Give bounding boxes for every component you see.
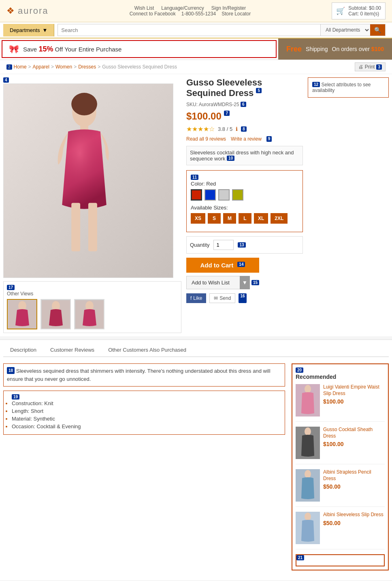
size-l[interactable]: L [239, 213, 251, 224]
rec-name-4[interactable]: Albini Sleeveless Slip Dress [323, 512, 385, 518]
badge-3: 3 [376, 64, 382, 70]
availability-text: Select attributes to see availability [312, 82, 371, 93]
description-column: 18 Sleeveless sequined dress that shimme… [3, 363, 285, 570]
product-main: Gusso Sleeveless Sequined Dress 5 SKU: A… [186, 77, 303, 303]
sep3: > [74, 64, 77, 70]
wish-list-link[interactable]: Wish List [134, 5, 154, 11]
promo-left: 🎀 Save 15% Off Your Entire Purchase [2, 40, 277, 58]
save-label: Save [23, 46, 37, 53]
size-attr-row: Available Sizes: XS S M L XL 2XL [191, 205, 298, 224]
ribbon-icon: 🎀 [9, 44, 19, 54]
rec-img-4 [296, 512, 320, 544]
sku-label: SKU: [186, 102, 198, 107]
departments-label: Departments [10, 27, 40, 33]
store-locator-link[interactable]: Store Locator [222, 11, 251, 17]
color-swatch-red[interactable] [191, 189, 202, 201]
thumbnail-3[interactable] [74, 299, 104, 329]
tab-content: 18 Sleeveless sequined dress that shimme… [3, 357, 389, 577]
size-m[interactable]: M [223, 213, 236, 224]
breadcrumb-bar: 2 Home > Apparel > Women > Dresses > Gus… [0, 60, 392, 74]
badge-20: 20 [296, 367, 303, 373]
size-2xl[interactable]: 2XL [271, 213, 288, 224]
rec-svg-2 [296, 427, 320, 459]
breadcrumb-women[interactable]: Women [55, 64, 72, 70]
right-column: Gusso Sleeveless Sequined Dress 5 SKU: A… [181, 77, 389, 333]
tab-description[interactable]: Description [3, 343, 43, 357]
thumbnail-2[interactable] [40, 299, 71, 329]
breadcrumb-apparel[interactable]: Apparel [33, 64, 49, 70]
rec-item-2: Gusso Cocktail Sheath Dress $100.00 [296, 427, 385, 464]
svg-point-20 [305, 513, 311, 521]
rec-name-1[interactable]: Luigi Valenti Empire Waist Slip Dress [323, 384, 385, 397]
read-reviews-link[interactable]: Read all 9 reviews [186, 136, 226, 142]
cart-text: Subtotal: $0.00 Cart: 0 item(s) [348, 5, 381, 17]
save-rest: Off Your Entire Purchase [55, 46, 122, 53]
rec-name-3[interactable]: Albini Strapless Pencil Dress [323, 469, 385, 482]
size-xl[interactable]: XL [254, 213, 268, 224]
connect-link[interactable]: Connect to Facebook [130, 11, 176, 17]
tab-also-purchased[interactable]: Other Customers Also Purchased [101, 343, 193, 357]
thumb-img-1 [8, 300, 36, 329]
print-button[interactable]: 🖨 Print 3 [355, 62, 386, 71]
search-input[interactable] [58, 25, 320, 36]
size-s[interactable]: S [208, 213, 221, 224]
badge-21: 21 [296, 555, 304, 560]
length-label: Length: [12, 408, 29, 414]
product-image-main [3, 83, 173, 278]
size-xs[interactable]: XS [191, 213, 205, 224]
orders-over: On orders over $100 [332, 46, 384, 52]
color-swatch-gold[interactable] [232, 189, 243, 201]
tab-reviews[interactable]: Customer Reviews [43, 343, 101, 357]
attributes-section: 11 Color: Red Available Sizes [186, 170, 303, 232]
color-label: Color: Red [191, 181, 298, 187]
rec-svg-1 [296, 384, 320, 417]
badge-15: 15 [251, 280, 259, 285]
badge-13: 13 [238, 242, 245, 248]
cart-count: Cart: 0 item(s) [348, 11, 381, 17]
wish-list-row: Add to Wish List ▼ 15 [186, 276, 259, 289]
phone-number: 1-800-555-1234 [181, 11, 216, 17]
rec-svg-4 [296, 512, 320, 544]
length-val: Short [31, 408, 43, 414]
breadcrumb-dresses[interactable]: Dresses [78, 64, 96, 70]
dept-select[interactable]: All Departments [320, 24, 370, 36]
sku: SKU: AuroraWMDRS-25 6 [186, 102, 303, 107]
departments-button[interactable]: Departments ▼ [3, 24, 54, 36]
search-button[interactable]: 🔍 [370, 24, 385, 36]
color-swatch-blue[interactable] [205, 189, 216, 201]
badge-5: 5 [256, 88, 262, 93]
write-review-link[interactable]: Write a review [231, 136, 262, 142]
material-item: Material: Synthetic [12, 416, 281, 422]
wish-list-dropdown[interactable]: ▼ [240, 276, 250, 289]
badge-16: 16 [239, 293, 246, 303]
rec-info-4: Albini Sleeveless Slip Dress $50.00 [323, 512, 385, 544]
dept-chevron-icon: ▼ [42, 27, 47, 33]
occasion-val: Cocktail & Evening [36, 423, 81, 429]
product-short-desc: Sleeveless cocktail dress with high neck… [186, 146, 303, 165]
rec-img-1 [296, 384, 320, 417]
language-link[interactable]: Language/Currency [161, 5, 204, 11]
qty-input[interactable] [213, 240, 234, 250]
badge-21-area: 21 [296, 554, 385, 566]
rec-item-1: Luigi Valenti Empire Waist Slip Dress $1… [296, 384, 385, 422]
badge-8: 8 [241, 126, 247, 132]
facebook-like-button[interactable]: f Like [186, 293, 206, 303]
logo-icon: ❖ [6, 6, 15, 16]
thumb-img-2 [42, 300, 70, 329]
desc-list: 19 Construction: Knit Length: Short Mate… [3, 391, 285, 435]
breadcrumb-home[interactable]: Home [14, 64, 27, 70]
add-to-wish-button[interactable]: Add to Wish List [186, 276, 240, 289]
rec-img-3 [296, 469, 320, 502]
rec-name-2[interactable]: Gusso Cocktail Sheath Dress [323, 427, 385, 439]
cart-area[interactable]: 🛒 Subtotal: $0.00 Cart: 0 item(s) [332, 2, 386, 19]
add-to-cart-button[interactable]: Add to Cart 14 [186, 258, 259, 273]
send-button[interactable]: ✉ Send [209, 293, 235, 303]
sign-in-link[interactable]: Sign In/Register [211, 5, 246, 11]
color-swatch-silver[interactable] [218, 189, 230, 201]
cart-icon: 🛒 [336, 6, 345, 15]
occasion-item: Occasion: Cocktail & Evening [12, 423, 281, 429]
svg-rect-5 [71, 203, 80, 251]
info-icon[interactable]: ℹ [236, 126, 238, 132]
promo-right: Free Shipping On orders over $100 [278, 38, 392, 60]
thumbnail-1[interactable] [7, 299, 37, 329]
